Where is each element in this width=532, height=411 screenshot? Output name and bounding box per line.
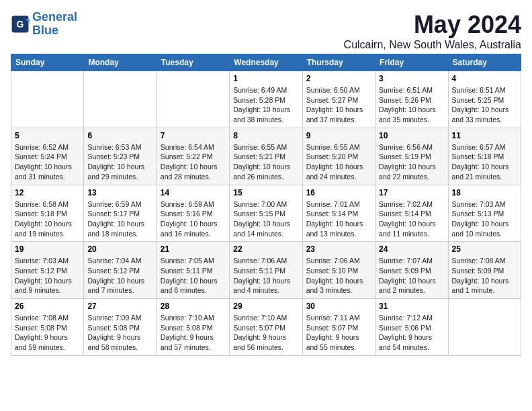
day-number: 9 xyxy=(306,131,371,140)
calendar-day-cell: 26Sunrise: 7:08 AMSunset: 5:08 PMDayligh… xyxy=(11,299,84,356)
calendar-day-cell: 4Sunrise: 6:51 AMSunset: 5:25 PMDaylight… xyxy=(448,71,521,128)
day-number: 29 xyxy=(233,302,298,311)
calendar-day-cell: 8Sunrise: 6:55 AMSunset: 5:21 PMDaylight… xyxy=(230,128,302,185)
calendar-day-cell: 17Sunrise: 7:02 AMSunset: 5:14 PMDayligh… xyxy=(375,185,448,242)
day-number: 26 xyxy=(15,302,80,311)
day-number: 22 xyxy=(233,244,298,254)
day-number: 5 xyxy=(15,131,80,140)
calendar-day-cell: 22Sunrise: 7:06 AMSunset: 5:11 PMDayligh… xyxy=(230,242,302,299)
day-number: 30 xyxy=(306,302,371,311)
day-number: 14 xyxy=(161,188,226,197)
day-info: Sunrise: 7:07 AMSunset: 5:09 PMDaylight:… xyxy=(379,256,444,295)
day-info: Sunrise: 7:08 AMSunset: 5:09 PMDaylight:… xyxy=(452,256,517,295)
logo-text: General Blue xyxy=(32,11,77,38)
calendar-day-cell: 6Sunrise: 6:53 AMSunset: 5:23 PMDaylight… xyxy=(84,128,157,185)
day-number: 1 xyxy=(233,74,298,83)
logo-icon: G xyxy=(11,15,30,34)
calendar-day-cell: 18Sunrise: 7:03 AMSunset: 5:13 PMDayligh… xyxy=(448,185,521,242)
day-number: 20 xyxy=(87,244,152,254)
day-info: Sunrise: 7:06 AMSunset: 5:11 PMDaylight:… xyxy=(233,256,298,295)
day-info: Sunrise: 6:49 AMSunset: 5:28 PMDaylight:… xyxy=(233,85,298,125)
day-info: Sunrise: 7:11 AMSunset: 5:07 PMDaylight:… xyxy=(306,313,371,353)
calendar-week-row: 5Sunrise: 6:52 AMSunset: 5:24 PMDaylight… xyxy=(11,128,521,185)
day-number: 17 xyxy=(379,188,444,197)
calendar-day-cell: 12Sunrise: 6:58 AMSunset: 5:18 PMDayligh… xyxy=(11,185,84,242)
day-number: 12 xyxy=(15,188,80,197)
calendar-day-cell xyxy=(84,71,157,128)
day-number: 8 xyxy=(233,131,298,140)
weekday-header: Sunday xyxy=(11,54,84,71)
day-info: Sunrise: 7:06 AMSunset: 5:10 PMDaylight:… xyxy=(306,256,371,295)
calendar-day-cell: 31Sunrise: 7:12 AMSunset: 5:06 PMDayligh… xyxy=(375,299,448,356)
day-info: Sunrise: 7:12 AMSunset: 5:06 PMDaylight:… xyxy=(379,313,444,353)
calendar-day-cell: 30Sunrise: 7:11 AMSunset: 5:07 PMDayligh… xyxy=(302,299,375,356)
day-number: 2 xyxy=(306,74,371,83)
calendar-day-cell xyxy=(448,299,521,356)
day-info: Sunrise: 6:53 AMSunset: 5:23 PMDaylight:… xyxy=(87,142,152,182)
day-number: 7 xyxy=(161,131,226,140)
day-number: 11 xyxy=(452,131,517,140)
day-number: 10 xyxy=(379,131,444,140)
day-info: Sunrise: 7:02 AMSunset: 5:14 PMDaylight:… xyxy=(379,199,444,239)
day-number: 24 xyxy=(379,244,444,254)
calendar-day-cell: 14Sunrise: 6:59 AMSunset: 5:16 PMDayligh… xyxy=(157,185,229,242)
day-number: 19 xyxy=(15,244,80,254)
calendar-day-cell: 9Sunrise: 6:55 AMSunset: 5:20 PMDaylight… xyxy=(302,128,375,185)
svg-text:G: G xyxy=(17,18,24,29)
calendar-week-row: 1Sunrise: 6:49 AMSunset: 5:28 PMDaylight… xyxy=(11,71,521,128)
calendar-day-cell: 16Sunrise: 7:01 AMSunset: 5:14 PMDayligh… xyxy=(302,185,375,242)
calendar-day-cell: 20Sunrise: 7:04 AMSunset: 5:12 PMDayligh… xyxy=(84,242,157,299)
calendar-day-cell: 27Sunrise: 7:09 AMSunset: 5:08 PMDayligh… xyxy=(84,299,157,356)
day-info: Sunrise: 6:55 AMSunset: 5:21 PMDaylight:… xyxy=(233,142,298,182)
day-number: 23 xyxy=(306,244,371,254)
day-info: Sunrise: 7:05 AMSunset: 5:11 PMDaylight:… xyxy=(161,256,226,295)
weekday-header: Tuesday xyxy=(157,54,229,71)
day-info: Sunrise: 6:55 AMSunset: 5:20 PMDaylight:… xyxy=(306,142,371,182)
calendar-week-row: 12Sunrise: 6:58 AMSunset: 5:18 PMDayligh… xyxy=(11,185,521,242)
day-info: Sunrise: 7:03 AMSunset: 5:13 PMDaylight:… xyxy=(452,199,517,239)
calendar-day-cell: 24Sunrise: 7:07 AMSunset: 5:09 PMDayligh… xyxy=(375,242,448,299)
day-number: 27 xyxy=(87,302,152,311)
calendar-day-cell: 29Sunrise: 7:10 AMSunset: 5:07 PMDayligh… xyxy=(230,299,302,356)
day-info: Sunrise: 7:01 AMSunset: 5:14 PMDaylight:… xyxy=(306,199,371,239)
calendar-day-cell: 1Sunrise: 6:49 AMSunset: 5:28 PMDaylight… xyxy=(230,71,302,128)
calendar-day-cell xyxy=(157,71,229,128)
day-info: Sunrise: 7:10 AMSunset: 5:07 PMDaylight:… xyxy=(233,313,298,353)
weekday-header: Friday xyxy=(375,54,448,71)
calendar-day-cell: 28Sunrise: 7:10 AMSunset: 5:08 PMDayligh… xyxy=(157,299,229,356)
calendar-header-row: SundayMondayTuesdayWednesdayThursdayFrid… xyxy=(11,54,521,71)
weekday-header: Wednesday xyxy=(230,54,302,71)
day-info: Sunrise: 6:54 AMSunset: 5:22 PMDaylight:… xyxy=(161,142,226,182)
day-number: 21 xyxy=(161,244,226,254)
calendar-day-cell: 3Sunrise: 6:51 AMSunset: 5:26 PMDaylight… xyxy=(375,71,448,128)
day-info: Sunrise: 7:08 AMSunset: 5:08 PMDaylight:… xyxy=(15,313,80,353)
calendar-day-cell: 25Sunrise: 7:08 AMSunset: 5:09 PMDayligh… xyxy=(448,242,521,299)
location-title: Culcairn, New South Wales, Australia xyxy=(344,39,521,51)
calendar-day-cell: 21Sunrise: 7:05 AMSunset: 5:11 PMDayligh… xyxy=(157,242,229,299)
day-info: Sunrise: 6:57 AMSunset: 5:18 PMDaylight:… xyxy=(452,142,517,182)
day-info: Sunrise: 7:00 AMSunset: 5:15 PMDaylight:… xyxy=(233,199,298,239)
day-number: 6 xyxy=(87,131,152,140)
weekday-header: Monday xyxy=(84,54,157,71)
day-info: Sunrise: 6:50 AMSunset: 5:27 PMDaylight:… xyxy=(306,85,371,125)
day-number: 25 xyxy=(452,244,517,254)
calendar-table: SundayMondayTuesdayWednesdayThursdayFrid… xyxy=(11,54,521,356)
day-number: 3 xyxy=(379,74,444,83)
calendar-day-cell: 15Sunrise: 7:00 AMSunset: 5:15 PMDayligh… xyxy=(230,185,302,242)
calendar-week-row: 26Sunrise: 7:08 AMSunset: 5:08 PMDayligh… xyxy=(11,299,521,356)
day-info: Sunrise: 7:03 AMSunset: 5:12 PMDaylight:… xyxy=(15,256,80,295)
calendar-day-cell: 10Sunrise: 6:56 AMSunset: 5:19 PMDayligh… xyxy=(375,128,448,185)
month-title: May 2024 xyxy=(344,11,521,39)
day-info: Sunrise: 6:59 AMSunset: 5:17 PMDaylight:… xyxy=(87,199,152,239)
page-header: G General Blue May 2024 Culcairn, New So… xyxy=(11,11,521,51)
day-number: 15 xyxy=(233,188,298,197)
day-info: Sunrise: 6:51 AMSunset: 5:26 PMDaylight:… xyxy=(379,85,444,125)
calendar-day-cell: 13Sunrise: 6:59 AMSunset: 5:17 PMDayligh… xyxy=(84,185,157,242)
day-number: 16 xyxy=(306,188,371,197)
calendar-day-cell: 23Sunrise: 7:06 AMSunset: 5:10 PMDayligh… xyxy=(302,242,375,299)
day-info: Sunrise: 6:59 AMSunset: 5:16 PMDaylight:… xyxy=(161,199,226,239)
calendar-week-row: 19Sunrise: 7:03 AMSunset: 5:12 PMDayligh… xyxy=(11,242,521,299)
day-info: Sunrise: 7:04 AMSunset: 5:12 PMDaylight:… xyxy=(87,256,152,295)
day-info: Sunrise: 6:51 AMSunset: 5:25 PMDaylight:… xyxy=(452,85,517,125)
title-block: May 2024 Culcairn, New South Wales, Aust… xyxy=(344,11,521,51)
